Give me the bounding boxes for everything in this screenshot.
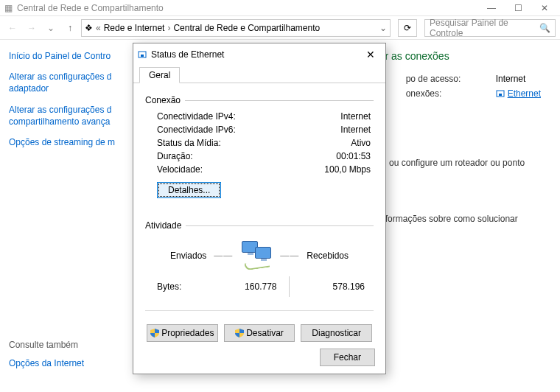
breadcrumb-item[interactable]: Central de Rede e Compartilhamento (173, 23, 320, 33)
svg-rect-1 (499, 94, 502, 96)
svg-rect-3 (141, 55, 144, 57)
media-status-value: Ativo (351, 138, 371, 148)
media-status-label: Status da Mídia: (157, 138, 221, 148)
minimize-button[interactable]: — (480, 3, 503, 13)
access-type-value: Internet (496, 74, 526, 84)
search-icon: 🔍 (539, 23, 550, 33)
sidebar-link-advanced-sharing[interactable]: Alterar as configurações d compartilhame… (9, 104, 124, 127)
control-panel-icon: ▦ (4, 3, 13, 13)
window-title: Central de Rede e Compartilhamento (17, 3, 164, 13)
search-placeholder: Pesquisar Painel de Controle (430, 18, 535, 38)
sidebar-link-internet-options[interactable]: Opções da Internet (9, 357, 124, 369)
nav-forward-button[interactable]: → (24, 20, 40, 36)
sidebar-link-home[interactable]: Início do Painel de Contro (9, 50, 124, 62)
maximize-button[interactable]: ☐ (507, 3, 529, 13)
dialog-title: Status de Ethernet (151, 49, 224, 60)
received-label: Recebidos (307, 251, 349, 261)
properties-button-label: Propriedades (161, 328, 214, 338)
bytes-label: Bytes: (157, 281, 201, 292)
see-also-label: Consulte também (9, 340, 124, 350)
sent-label: Enviados (170, 251, 206, 261)
network-monitors-icon (240, 241, 273, 270)
speed-label: Velocidade: (157, 164, 203, 175)
ipv4-value: Internet (340, 111, 371, 122)
ipv6-value: Internet (340, 125, 371, 135)
divider: —— (214, 251, 233, 261)
divider: —— (280, 251, 299, 261)
close-window-button[interactable]: ✕ (533, 3, 556, 13)
nav-up-button[interactable]: ↑ (62, 20, 78, 36)
nav-history-dropdown[interactable]: ⌄ (43, 20, 59, 36)
ipv4-label: Conectividade IPv4: (157, 111, 236, 122)
disable-button-label: Desativar (246, 328, 284, 338)
divider (186, 225, 374, 226)
properties-button[interactable]: Propriedades (147, 324, 218, 342)
uac-shield-icon (150, 329, 159, 337)
divider (145, 310, 374, 311)
disable-button[interactable]: Desativar (224, 324, 295, 342)
breadcrumb-dropdown-icon[interactable]: ⌄ (379, 23, 387, 33)
group-activity-label: Atividade (145, 220, 181, 231)
access-type-label: po de acesso: (406, 74, 480, 84)
active-network-info: po de acesso: Internet onexões: Ethernet (406, 74, 541, 103)
navbar: ← → ⌄ ↑ ❖ « Rede e Internet › Central de… (0, 16, 560, 40)
sidebar-link-adapter-settings[interactable]: Alterar as configurações d adaptador (9, 71, 124, 94)
group-connection-label: Conexão (145, 95, 181, 105)
nav-back-button[interactable]: ← (4, 20, 21, 36)
bytes-received-value: 578.196 (290, 281, 371, 292)
dialog-close-button[interactable]: ✕ (360, 47, 381, 62)
bytes-sent-value: 160.778 (201, 281, 289, 292)
duration-value: 00:01:53 (336, 151, 371, 161)
sidebar-link-media-streaming[interactable]: Opções de streaming de m (9, 136, 124, 148)
breadcrumb-sep-icon: « (96, 23, 101, 33)
connection-link-ethernet[interactable]: Ethernet (496, 88, 541, 99)
network-icon: ❖ (85, 23, 93, 33)
sidebar: Início do Painel de Contro Alterar as co… (0, 40, 133, 392)
bytes-row: Bytes: 160.778 578.196 (145, 273, 374, 300)
details-button[interactable]: Detalhes... (157, 182, 221, 198)
refresh-button[interactable]: ⟳ (398, 19, 417, 37)
dialog-tabs: Geral (133, 66, 385, 83)
chevron-right-icon: › (167, 23, 170, 33)
ethernet-status-dialog: Status de Ethernet ✕ Geral Conexão Conec… (133, 43, 386, 374)
duration-label: Duração: (157, 151, 193, 161)
ethernet-icon (496, 89, 505, 98)
window-titlebar: ▦ Central de Rede e Compartilhamento — ☐… (0, 0, 560, 16)
uac-shield-icon (235, 329, 244, 337)
breadcrumb-item[interactable]: Rede e Internet (104, 23, 165, 33)
diagnose-button[interactable]: Diagnosticar (301, 324, 372, 342)
breadcrumb[interactable]: ❖ « Rede e Internet › Central de Rede e … (81, 19, 391, 37)
close-button[interactable]: Fechar (320, 349, 375, 366)
search-input[interactable]: Pesquisar Painel de Controle 🔍 (424, 19, 556, 37)
divider (185, 100, 374, 101)
dialog-titlebar: Status de Ethernet ✕ (133, 43, 385, 66)
activity-graphic: Enviados —— —— Recebidos (145, 241, 374, 270)
speed-value: 100,0 Mbps (324, 164, 371, 175)
tab-general[interactable]: Geral (139, 67, 180, 83)
diagnose-button-label: Diagnosticar (312, 328, 361, 338)
ethernet-icon (138, 50, 147, 59)
connection-link-label: Ethernet (508, 88, 541, 99)
ipv6-label: Conectividade IPv6: (157, 125, 236, 135)
connections-label: onexões: (406, 88, 480, 99)
